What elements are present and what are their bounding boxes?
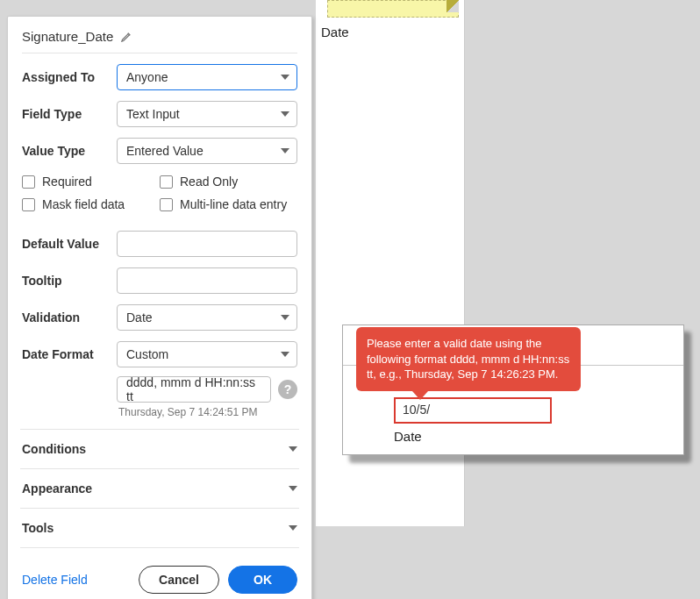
chevron-down-icon (281, 111, 289, 117)
section-tools-label: Tools (22, 521, 54, 535)
tooltip-label: Tooltip (22, 274, 117, 288)
chevron-down-icon (281, 148, 289, 153)
chevron-down-icon (281, 352, 289, 357)
format-preview: Thursday, Sep 7 14:24:51 PM (118, 406, 297, 418)
chevron-down-icon (289, 486, 297, 491)
read-only-label: Read Only (180, 175, 238, 189)
section-appearance[interactable]: Appearance (22, 473, 297, 504)
value-type-label: Value Type (22, 144, 117, 158)
field-type-label: Field Type (22, 107, 117, 121)
validation-error-tooltip: Please enter a valid date using the foll… (356, 327, 581, 391)
chevron-down-icon (289, 525, 297, 531)
value-type-select[interactable]: Entered Value (117, 138, 297, 164)
checkbox-icon (160, 175, 173, 189)
assigned-to-value: Anyone (126, 70, 168, 84)
chevron-down-icon (281, 75, 289, 80)
format-string-input[interactable]: dddd, mmm d HH:nn:ss tt (117, 376, 271, 403)
ok-button[interactable]: OK (228, 566, 297, 594)
validation-select[interactable]: Date (117, 304, 297, 331)
tooltip-input[interactable] (117, 267, 297, 294)
help-icon[interactable]: ? (278, 380, 297, 399)
mask-checkbox[interactable]: Mask field data (22, 197, 160, 211)
value-type-value: Entered Value (126, 144, 204, 158)
field-placeholder-label: Date (321, 25, 349, 39)
cancel-button[interactable]: Cancel (139, 566, 219, 594)
date-format-value: Custom (126, 347, 168, 361)
section-appearance-label: Appearance (22, 481, 92, 496)
field-type-select[interactable]: Text Input (117, 101, 297, 127)
read-only-checkbox[interactable]: Read Only (160, 175, 297, 189)
assigned-to-label: Assigned To (22, 70, 117, 84)
chevron-down-icon (281, 315, 289, 320)
validation-label: Validation (22, 310, 117, 324)
date-entry-input[interactable]: 10/5/ (394, 397, 552, 424)
multiline-checkbox[interactable]: Multi-line data entry (160, 197, 297, 211)
validation-value: Date (126, 310, 153, 324)
field-properties-panel: Signature_Date Assigned To Anyone Field … (7, 16, 312, 599)
edit-name-icon[interactable] (120, 30, 133, 43)
checkbox-icon (160, 198, 173, 211)
mask-label: Mask field data (42, 197, 125, 211)
delete-field-link[interactable]: Delete Field (22, 573, 88, 587)
format-string-text: dddd, mmm d HH:nn:ss tt (126, 375, 261, 403)
assigned-to-select[interactable]: Anyone (117, 64, 297, 90)
default-value-input[interactable] (117, 231, 297, 257)
validation-error-text: Please enter a valid date using the foll… (367, 337, 569, 381)
section-conditions[interactable]: Conditions (22, 433, 297, 465)
date-entry-caption: Date (394, 429, 683, 444)
section-tools[interactable]: Tools (22, 512, 297, 544)
field-placeholder-sticky[interactable] (327, 0, 459, 18)
required-label: Required (42, 175, 92, 189)
checkbox-icon (22, 198, 35, 211)
date-format-label: Date Format (22, 347, 117, 361)
field-type-value: Text Input (126, 107, 180, 121)
checkbox-icon (22, 175, 35, 189)
chevron-down-icon (289, 446, 297, 452)
required-checkbox[interactable]: Required (22, 175, 160, 189)
panel-title: Signature_Date (22, 29, 113, 44)
date-format-select[interactable]: Custom (117, 341, 297, 367)
multiline-label: Multi-line data entry (180, 197, 287, 211)
section-conditions-label: Conditions (22, 442, 86, 456)
date-entry-value: 10/5/ (403, 403, 430, 417)
default-value-label: Default Value (22, 237, 117, 251)
